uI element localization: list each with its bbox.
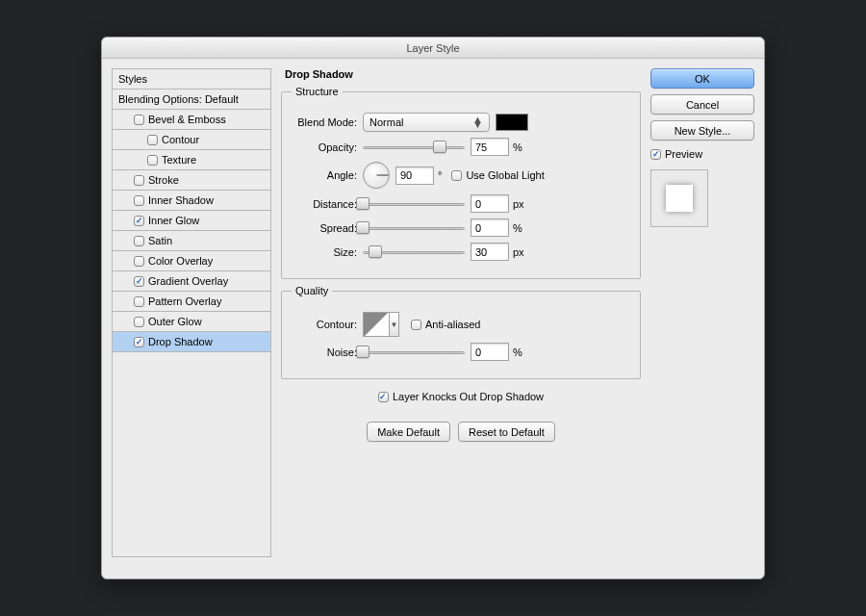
knockout-checkbox[interactable] [378,392,389,402]
structure-group: Structure Blend Mode: Normal ▲▼ Opacity:… [281,86,641,279]
style-checkbox[interactable] [134,276,144,287]
effect-panel: Drop Shadow Structure Blend Mode: Normal… [281,68,641,557]
opacity-input[interactable]: 75 [471,138,509,156]
style-label: Outer Glow [148,316,202,327]
style-row-inner-shadow[interactable]: Inner Shadow [113,191,270,211]
global-light-label: Use Global Light [466,169,544,181]
new-style-button[interactable]: New Style... [650,120,754,141]
contour-label: Contour: [292,319,363,330]
style-row-contour[interactable]: Contour [113,130,270,150]
style-row-stroke[interactable]: Stroke [113,170,270,191]
style-label: Gradient Overlay [148,275,228,287]
styles-header[interactable]: Styles [113,69,270,90]
effect-title: Drop Shadow [281,68,641,80]
style-checkbox[interactable] [134,175,144,186]
shadow-color-swatch[interactable] [496,114,528,131]
noise-unit: % [513,346,522,358]
style-row-bevel-emboss[interactable]: Bevel & Emboss [113,110,270,130]
window-title: Layer Style [406,42,459,54]
style-row-outer-glow[interactable]: Outer Glow [113,312,270,332]
spread-slider[interactable] [363,221,465,235]
style-label: Satin [148,235,172,246]
spread-label: Spread: [292,222,363,234]
angle-label: Angle: [292,169,363,181]
blending-options-row[interactable]: Blending Options: Default [113,90,270,110]
blend-mode-value: Normal [369,116,403,128]
angle-dial[interactable] [363,162,390,189]
style-label: Bevel & Emboss [148,114,226,125]
quality-legend: Quality [292,285,332,296]
style-label: Color Overlay [148,255,213,267]
style-checkbox[interactable] [147,135,158,145]
spread-input[interactable]: 0 [471,218,509,237]
opacity-slider[interactable] [363,141,465,154]
structure-legend: Structure [292,86,343,97]
style-label: Inner Glow [148,215,199,226]
cancel-button[interactable]: Cancel [650,94,754,115]
make-default-button[interactable]: Make Default [367,422,450,442]
noise-input[interactable]: 0 [471,343,509,361]
size-label: Size: [292,246,363,258]
style-row-pattern-overlay[interactable]: Pattern Overlay [113,292,270,312]
global-light-checkbox[interactable] [451,170,462,181]
preview-thumbnail [650,169,708,227]
style-checkbox[interactable] [134,296,144,307]
size-slider[interactable] [363,245,465,259]
style-label: Inner Shadow [148,194,214,206]
style-checkbox[interactable] [134,216,144,226]
style-checkbox[interactable] [134,195,144,206]
style-row-drop-shadow[interactable]: Drop Shadow [113,332,270,352]
blending-options-label: Blending Options: Default [118,93,239,105]
style-row-texture[interactable]: Texture [113,150,270,170]
style-checkbox[interactable] [134,115,144,125]
style-row-gradient-overlay[interactable]: Gradient Overlay [113,271,270,292]
style-checkbox[interactable] [134,236,144,246]
distance-unit: px [513,198,524,210]
contour-dropdown-icon[interactable]: ▼ [390,312,399,337]
style-label: Pattern Overlay [148,295,221,307]
style-row-inner-glow[interactable]: Inner Glow [113,211,270,231]
style-checkbox[interactable] [147,155,158,166]
blend-mode-select[interactable]: Normal ▲▼ [363,113,490,132]
distance-slider[interactable] [363,197,465,211]
reset-default-button[interactable]: Reset to Default [458,422,555,442]
size-unit: px [513,246,524,258]
updown-icon: ▲▼ [472,117,483,127]
angle-input[interactable]: 90 [395,167,434,185]
ok-button[interactable]: OK [650,68,754,89]
contour-picker[interactable] [363,312,390,337]
noise-slider[interactable] [363,346,465,359]
style-checkbox[interactable] [134,337,144,347]
style-label: Drop Shadow [148,336,213,347]
style-checkbox[interactable] [134,317,144,327]
antialiased-checkbox[interactable] [411,320,421,330]
style-checkbox[interactable] [134,256,144,267]
preview-label: Preview [665,148,702,160]
style-row-color-overlay[interactable]: Color Overlay [113,251,270,271]
antialiased-label: Anti-aliased [425,319,480,330]
spread-unit: % [513,222,522,234]
opacity-label: Opacity: [292,141,363,153]
style-label: Stroke [148,174,179,186]
distance-input[interactable]: 0 [471,194,509,213]
angle-unit: ° [438,169,442,181]
styles-list: Styles Blending Options: Default Bevel &… [112,68,271,557]
style-row-satin[interactable]: Satin [113,231,270,251]
styles-header-label: Styles [118,73,147,85]
distance-label: Distance: [292,198,363,210]
noise-label: Noise: [292,346,363,358]
quality-group: Quality Contour: ▼ Anti-aliased Noise: 0… [281,285,641,379]
knockout-label: Layer Knocks Out Drop Shadow [393,391,544,402]
style-label: Texture [162,154,196,166]
opacity-unit: % [513,141,522,153]
layer-style-dialog: Layer Style Styles Blending Options: Def… [101,37,765,579]
size-input[interactable]: 30 [471,243,509,261]
preview-checkbox[interactable] [650,149,661,160]
blend-mode-label: Blend Mode: [292,116,363,128]
dialog-buttons: OK Cancel New Style... Preview [650,68,754,557]
style-label: Contour [162,134,199,145]
window-titlebar: Layer Style [102,38,764,59]
